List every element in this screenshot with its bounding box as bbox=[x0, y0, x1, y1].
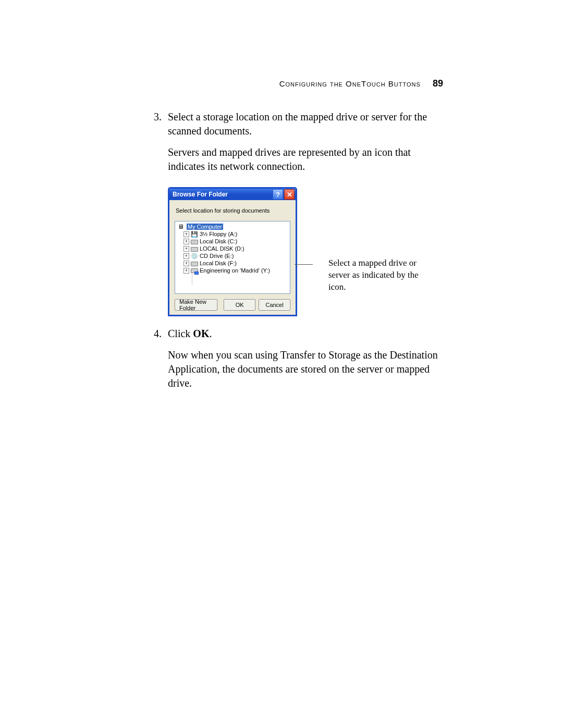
tree-connector-line bbox=[192, 274, 288, 285]
tree-item-label: Local Disk (F:) bbox=[200, 260, 237, 266]
expand-icon[interactable]: + bbox=[183, 253, 189, 259]
expand-icon[interactable]: + bbox=[183, 261, 189, 266]
folder-tree[interactable]: My Computer + 3½ Floppy (A:) + Local Dis… bbox=[175, 221, 290, 294]
computer-icon bbox=[177, 224, 185, 230]
tree-root-my-computer[interactable]: My Computer bbox=[177, 224, 288, 230]
tree-item-label: Local Disk (C:) bbox=[200, 238, 237, 244]
button-label: Cancel bbox=[265, 302, 283, 308]
cd-icon bbox=[191, 253, 198, 259]
tree-root-label: My Computer bbox=[187, 224, 223, 230]
tree-item-floppy[interactable]: + 3½ Floppy (A:) bbox=[183, 230, 288, 238]
tree-item-label: 3½ Floppy (A:) bbox=[200, 231, 237, 237]
close-button[interactable]: ✕ bbox=[284, 189, 295, 200]
make-new-folder-button[interactable]: Make New Folder bbox=[175, 299, 217, 311]
step-3: 3. Select a storage location on the mapp… bbox=[120, 110, 443, 181]
figure-callout: Select a mapped drive or server as indic… bbox=[328, 187, 420, 293]
close-icon: ✕ bbox=[287, 191, 292, 199]
tree-item-label: Engineering on 'Madrid' (Y:) bbox=[200, 267, 270, 274]
floppy-icon bbox=[191, 231, 198, 237]
callout-leader-line bbox=[295, 264, 313, 265]
dialog-instruction: Select location for storing documents bbox=[176, 207, 289, 214]
tree-item-local-d[interactable]: + LOCAL DISK (D:) bbox=[183, 245, 288, 252]
ok-button[interactable]: OK bbox=[224, 299, 255, 311]
browse-for-folder-dialog: Browse For Folder ? ✕ Select location fo… bbox=[168, 187, 297, 316]
figure-row: Browse For Folder ? ✕ Select location fo… bbox=[168, 187, 443, 316]
expand-icon[interactable]: + bbox=[183, 246, 189, 252]
network-drive-icon bbox=[191, 267, 198, 274]
tree-item-local-f[interactable]: + Local Disk (F:) bbox=[183, 260, 288, 267]
step-number: 3. bbox=[141, 110, 168, 181]
expand-icon[interactable]: + bbox=[183, 231, 189, 237]
button-label: Make New Folder bbox=[179, 299, 213, 311]
expand-icon[interactable]: + bbox=[183, 239, 189, 244]
step-4-text-2: Now when you scan using Transfer to Stor… bbox=[168, 348, 443, 390]
disk-icon bbox=[191, 245, 198, 252]
cancel-button[interactable]: Cancel bbox=[259, 299, 290, 311]
step-4-text-1: Click OK. bbox=[168, 327, 443, 341]
page-number: 89 bbox=[433, 78, 443, 89]
dialog-title: Browse For Folder bbox=[173, 191, 272, 198]
tree-item-network-y[interactable]: + Engineering on 'Madrid' (Y:) bbox=[183, 267, 288, 274]
page-header: Configuring the OneTouch Buttons 89 bbox=[120, 78, 443, 89]
tree-item-label: CD Drive (E:) bbox=[200, 253, 234, 259]
help-icon: ? bbox=[276, 191, 280, 199]
expand-icon[interactable]: + bbox=[183, 268, 189, 274]
disk-icon bbox=[191, 238, 198, 244]
step-4: 4. Click OK. Now when you scan using Tra… bbox=[120, 327, 443, 398]
step-number: 4. bbox=[141, 327, 168, 398]
button-label: OK bbox=[236, 302, 244, 308]
tree-item-cd-e[interactable]: + CD Drive (E:) bbox=[183, 252, 288, 260]
disk-icon bbox=[191, 260, 198, 266]
step-3-text-2: Servers and mapped drives are represente… bbox=[168, 145, 443, 174]
tree-item-local-c[interactable]: + Local Disk (C:) bbox=[183, 238, 288, 245]
dialog-titlebar: Browse For Folder ? ✕ bbox=[169, 189, 296, 200]
help-button[interactable]: ? bbox=[273, 189, 283, 200]
step-3-text-1: Select a storage location on the mapped … bbox=[168, 110, 443, 138]
tree-item-label: LOCAL DISK (D:) bbox=[200, 245, 244, 252]
section-title: Configuring the OneTouch Buttons bbox=[279, 79, 421, 88]
